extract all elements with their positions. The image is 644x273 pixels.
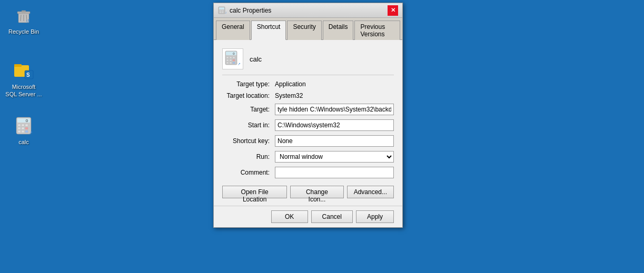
run-row: Run: Normal window Minimized Maximized — [222, 151, 394, 163]
svg-rect-2 — [22, 11, 26, 12]
sql-server-label: Microsoft SQL Server ... — [5, 83, 42, 98]
svg-rect-32 — [226, 52, 236, 55]
svg-rect-8 — [14, 64, 22, 67]
dialog-title-icon: ↗ — [218, 6, 226, 15]
tab-shortcut[interactable]: Shortcut — [251, 21, 286, 40]
recycle-bin-icon[interactable]: ↺ Recycle Bin — [3, 3, 45, 37]
svg-rect-20 — [18, 130, 21, 133]
svg-rect-37 — [226, 59, 229, 61]
apply-button[interactable]: Apply — [356, 210, 394, 223]
recycle-bin-image: ↺ — [13, 5, 34, 26]
dialog-title-text: calc Properties — [230, 7, 388, 14]
svg-rect-40 — [226, 62, 229, 64]
shortcut-key-label: Shortcut key: — [222, 137, 275, 145]
start-in-input[interactable] — [275, 119, 394, 131]
svg-rect-15 — [22, 124, 24, 126]
target-type-value: Application — [275, 80, 306, 88]
svg-rect-25 — [219, 7, 224, 9]
app-name-label: calc — [250, 55, 262, 63]
ok-button[interactable]: OK — [271, 210, 308, 223]
svg-rect-38 — [230, 59, 232, 61]
start-in-label: Start in: — [222, 122, 275, 129]
dialog-footer: OK Cancel Apply — [214, 206, 402, 227]
svg-rect-27 — [222, 11, 223, 12]
tab-security[interactable]: Security — [287, 21, 321, 40]
svg-rect-21 — [22, 130, 24, 133]
target-row: Target: — [222, 104, 394, 115]
svg-rect-36 — [233, 57, 235, 58]
target-location-value: System32 — [275, 92, 303, 99]
svg-rect-29 — [222, 12, 223, 13]
svg-text:↗: ↗ — [225, 11, 226, 14]
open-file-location-button[interactable]: Open File Location — [222, 186, 287, 198]
comment-row: Comment: — [222, 167, 394, 178]
dialog-tabs: General Shortcut Security Details Previo… — [214, 18, 402, 40]
calc-desktop-label: calc — [18, 138, 29, 146]
target-label: Target: — [222, 106, 275, 113]
run-label: Run: — [222, 153, 275, 160]
target-type-row: Target type: Application — [222, 80, 394, 88]
comment-label: Comment: — [222, 169, 275, 176]
svg-rect-26 — [220, 11, 221, 12]
svg-rect-16 — [25, 124, 28, 126]
sql-server-icon[interactable]: S Microsoft SQL Server ... — [3, 58, 45, 100]
tab-general[interactable]: General — [216, 21, 250, 40]
calc-desktop-image: 0 ↗ — [13, 115, 34, 136]
svg-rect-42 — [233, 62, 235, 64]
calc-properties-dialog: ↗ calc Properties ✕ General Shortcut Sec… — [213, 3, 403, 228]
svg-rect-14 — [18, 124, 21, 126]
cancel-button[interactable]: Cancel — [311, 210, 353, 223]
dialog-content: 0 ↗ calc Target type: Application — [214, 40, 402, 206]
svg-rect-35 — [230, 57, 232, 58]
sql-server-image: S — [13, 60, 34, 81]
svg-rect-22 — [25, 130, 28, 133]
target-location-label: Target location: — [222, 92, 275, 99]
calc-desktop-icon[interactable]: 0 ↗ calc — [3, 113, 45, 148]
svg-rect-18 — [22, 127, 24, 129]
advanced-button[interactable]: Advanced... — [347, 186, 394, 198]
svg-text:↺: ↺ — [26, 18, 30, 24]
svg-rect-28 — [220, 12, 221, 13]
tab-details[interactable]: Details — [323, 21, 354, 40]
svg-rect-12 — [17, 118, 30, 123]
dialog-titlebar: ↗ calc Properties ✕ — [214, 3, 402, 18]
svg-text:↗: ↗ — [237, 62, 241, 66]
svg-rect-19 — [25, 127, 28, 129]
svg-rect-17 — [18, 127, 21, 129]
svg-rect-39 — [233, 59, 235, 61]
start-in-row: Start in: — [222, 119, 394, 131]
target-input[interactable] — [275, 104, 394, 115]
target-type-label: Target type: — [222, 80, 275, 88]
comment-input[interactable] — [275, 167, 394, 178]
svg-text:S: S — [26, 72, 30, 78]
recycle-bin-label: Recycle Bin — [8, 28, 39, 35]
change-icon-button[interactable]: Change Icon... — [290, 186, 343, 198]
tab-previous-versions[interactable]: Previous Versions — [354, 21, 400, 40]
run-select[interactable]: Normal window Minimized Maximized — [275, 151, 394, 163]
shortcut-key-input[interactable] — [275, 135, 394, 147]
svg-rect-34 — [226, 57, 229, 58]
target-location-row: Target location: System32 — [222, 92, 394, 99]
svg-rect-41 — [230, 62, 232, 64]
app-icon-box: 0 ↗ — [222, 48, 243, 69]
svg-text:0: 0 — [26, 118, 28, 123]
dialog-close-button[interactable]: ✕ — [388, 5, 398, 16]
svg-text:↗: ↗ — [29, 130, 33, 135]
action-buttons: Open File Location Change Icon... Advanc… — [222, 186, 394, 198]
app-header: 0 ↗ calc — [222, 45, 394, 75]
shortcut-key-row: Shortcut key: — [222, 135, 394, 147]
